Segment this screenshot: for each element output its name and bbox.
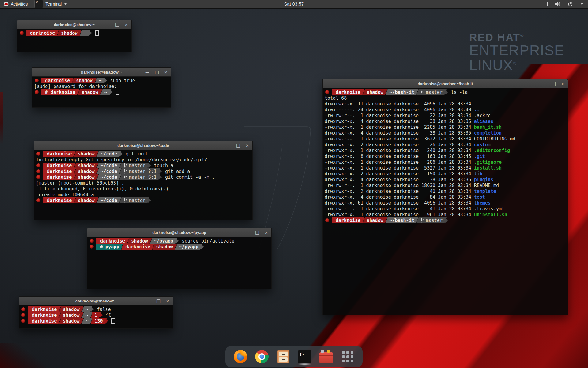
file-listing-row: drwxrwxr-x. 4 darknoise darknoise 38 Jan… <box>325 118 566 124</box>
activities-label: Activities <box>11 2 28 6</box>
prompt-line: # darknoiseshadow~ <box>34 89 169 95</box>
file-name-dir: . <box>474 101 477 107</box>
terminal-cursor <box>111 318 115 324</box>
redhat-prompt-icon <box>325 218 329 222</box>
titlebar[interactable]: darknoise@shadow:~/bash-it—□× <box>323 79 568 88</box>
file-name-dir: plugins <box>474 177 493 182</box>
close-button[interactable]: × <box>246 144 249 148</box>
rhel-branding-line2: ENTERPRISE <box>469 43 564 58</box>
prompt-line: darknoiseshadow~/bash-itmasterls -la <box>325 89 566 95</box>
redhat-prompt-icon <box>21 307 25 311</box>
chrome-icon <box>255 350 269 363</box>
output-line: Initialized empty Git repository in /hom… <box>36 157 251 163</box>
file-listing-row: -rw-rw-r--. 1 darknoise darknoise 41 Jan… <box>325 206 566 212</box>
maximize-button[interactable]: □ <box>255 231 259 235</box>
prompt-segment-git: master <box>417 89 447 95</box>
terminal-content[interactable]: darknoiseshadow~sudo true[sudo] password… <box>32 77 171 108</box>
command-text: source bin/activate <box>182 238 235 244</box>
prompt-segment-git: master ?:1 <box>119 168 160 174</box>
app-menu-terminal[interactable]: $> Terminal <box>31 0 70 8</box>
file-name-file: .ackrc <box>474 113 491 118</box>
prompt-segment-host: shadow <box>59 306 83 312</box>
dock: $> <box>225 346 363 367</box>
minimize-button[interactable]: — <box>145 70 149 74</box>
titlebar-buttons: —□× <box>106 20 128 29</box>
minimize-button[interactable]: — <box>147 299 151 303</box>
prompt-line: darknoiseshadow~1^C <box>21 312 171 318</box>
close-button[interactable]: × <box>561 82 564 86</box>
terminal-content[interactable]: darknoiseshadow~/pyappsource bin/activat… <box>87 237 271 290</box>
branch-icon <box>420 218 424 223</box>
titlebar[interactable]: darknoise@shadow:~/code—□× <box>34 141 252 150</box>
redhat-prompt-icon <box>90 239 94 243</box>
prompt-segment-user: darknoise <box>43 163 76 168</box>
prompt-segment-host: shadow <box>77 89 102 95</box>
terminal-window-exitcodes: darknoise@shadow:~—□×darknoiseshadow~fal… <box>19 296 173 329</box>
file-listing-row: drwxrwxr-x. 2 darknoise darknoise 150 Ja… <box>325 171 566 177</box>
titlebar[interactable]: darknoise@shadow:~/pyapp—□× <box>87 228 271 237</box>
minimize-button[interactable]: — <box>542 82 546 86</box>
branch-icon <box>123 163 127 168</box>
prompt-segment-path: ~ <box>81 318 92 324</box>
prompt-segment-err: 130 <box>91 318 107 324</box>
prompt-segment-user: darknoise <box>332 89 364 95</box>
prompt-segment-host: shadow <box>127 238 152 244</box>
dock-item-toolbox[interactable] <box>319 349 333 365</box>
dock-item-app-grid[interactable] <box>341 349 355 365</box>
close-button[interactable]: × <box>265 231 268 235</box>
file-listing-row: -rwxrwxr-x. 1 darknoise darknoise 2205 J… <box>325 124 566 130</box>
running-indicator <box>298 363 311 366</box>
terminal-icon: $> <box>298 350 311 363</box>
prompt-segment-git: master <box>119 163 149 168</box>
file-name-dir: lib <box>474 171 482 177</box>
prompt-line: darknoiseshadow~/bash-itmaster <box>325 217 566 223</box>
maximize-button[interactable]: □ <box>155 70 159 74</box>
titlebar[interactable]: darknoise@shadow:~—□× <box>17 20 131 29</box>
branch-icon <box>420 90 424 94</box>
dock-item-chrome[interactable] <box>255 349 269 365</box>
file-listing-row: -rw-rw-r--. 1 darknoise darknoise 18630 … <box>325 182 566 188</box>
close-button[interactable]: × <box>164 70 168 74</box>
titlebar[interactable]: darknoise@shadow:~—□× <box>19 297 173 305</box>
terminal-content[interactable]: darknoiseshadow~/codegit initInitialized… <box>34 150 252 221</box>
activities-button[interactable]: Activities <box>0 0 31 8</box>
terminal-content[interactable]: darknoiseshadow~/bash-itmasterls -latota… <box>323 88 568 316</box>
minimize-button[interactable]: — <box>246 231 250 235</box>
prompt-arrow-icon <box>109 89 113 95</box>
prompt-arrow-icon <box>104 78 107 83</box>
clock[interactable]: Sat 03:57 <box>284 2 304 6</box>
prompt-line: darknoiseshadow~sudo true <box>34 78 169 83</box>
terminal-content[interactable]: darknoiseshadow~ <box>17 29 131 53</box>
prompt-segment-host: shadow <box>72 78 96 83</box>
close-button[interactable]: × <box>166 299 169 303</box>
titlebar[interactable]: darknoise@shadow:~—□× <box>32 68 171 77</box>
terminal-content[interactable]: darknoiseshadow~falsedarknoiseshadow~1^C… <box>19 305 173 329</box>
system-menu-chevron-icon[interactable] <box>580 3 583 5</box>
dock-item-files[interactable] <box>276 349 290 365</box>
file-listing-row: drwx------. 24 darknoise darknoise 4096 … <box>325 107 566 113</box>
rhel-branding: RED HAT® ENTERPRISE LINUX® <box>469 32 564 73</box>
terminal-window-sudo: darknoise@shadow:~—□×darknoiseshadow~sud… <box>32 67 171 108</box>
dock-item-firefox[interactable] <box>233 349 247 365</box>
maximize-button[interactable]: □ <box>115 23 119 27</box>
minimize-button[interactable]: — <box>227 144 231 148</box>
volume-icon[interactable] <box>555 2 560 6</box>
close-button[interactable]: × <box>125 23 128 27</box>
prompt-segment-user: darknoise <box>332 217 364 223</box>
maximize-button[interactable]: □ <box>552 82 556 86</box>
file-listing-row: -rwxrwxr-x. 1 darknoise darknoise 5327 J… <box>325 165 566 171</box>
prompt-line: darknoiseshadow~/codemastertouch a <box>36 163 251 168</box>
minimize-button[interactable]: — <box>106 23 110 27</box>
dock-item-terminal[interactable]: $> <box>298 349 312 365</box>
display-icon[interactable] <box>542 2 548 6</box>
file-name-dir: custom <box>474 142 491 148</box>
file-name-dir: template <box>474 189 496 194</box>
power-icon[interactable] <box>568 2 573 6</box>
maximize-button[interactable]: □ <box>236 144 240 148</box>
prompt-line: darknoiseshadow~/codegit init <box>36 151 251 157</box>
prompt-line: darknoiseshadow~false <box>21 306 171 312</box>
toolbox-icon <box>319 352 333 363</box>
maximize-button[interactable]: □ <box>156 299 161 303</box>
prompt-segment-user: darknoise <box>43 197 76 203</box>
branch-icon <box>123 169 127 174</box>
